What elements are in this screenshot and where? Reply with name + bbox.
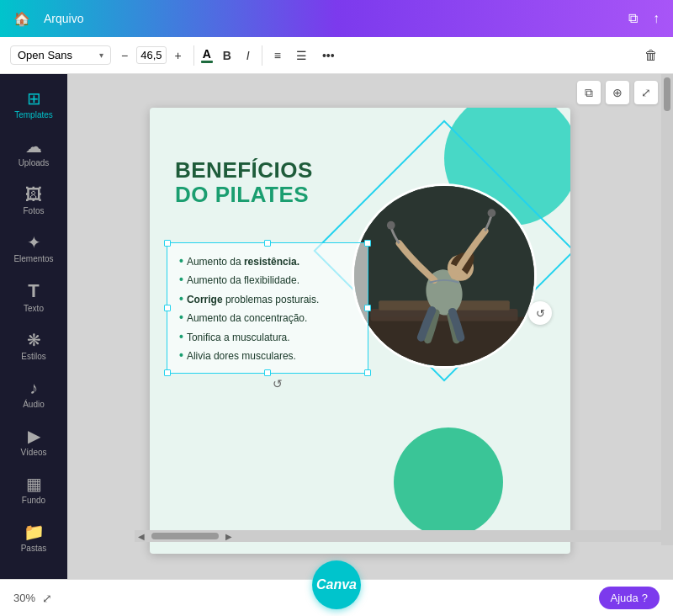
font-name: Open Sans	[18, 49, 72, 61]
canvas-duplicate-button[interactable]: ⊕	[606, 81, 629, 104]
chevron-down-icon: ▾	[99, 50, 103, 60]
sidebar-item-audio[interactable]: ♪ Áudio	[0, 371, 67, 417]
canvas-area: ⧉ ⊕ ⤢	[67, 74, 673, 579]
zoom-value: 30%	[13, 592, 35, 604]
text-color-button[interactable]: A	[201, 48, 213, 63]
align-button[interactable]: ≡	[269, 45, 286, 66]
canvas-title-line1: BENEFÍCIOS	[175, 158, 313, 183]
font-size-control: − 46,5 +	[116, 45, 187, 66]
help-label: Ajuda	[611, 592, 639, 604]
text-color-bar	[201, 61, 213, 63]
canvas-copy-button[interactable]: ⧉	[577, 81, 601, 104]
toolbar: Open Sans ▾ − 46,5 + A B I ≡ ☰ ••• 🗑	[0, 37, 673, 74]
sidebar-label-styles: Estilos	[21, 352, 45, 361]
sidebar-label-audio: Áudio	[23, 400, 45, 409]
bold-button[interactable]: B	[218, 45, 236, 66]
pilates-photo-inner	[354, 186, 534, 366]
bullet-item-4: • Aumento da concentração.	[179, 308, 356, 327]
toolbar-divider-1	[193, 45, 194, 66]
help-button[interactable]: Ajuda ?	[599, 587, 660, 609]
font-size-increase-button[interactable]: +	[170, 45, 187, 66]
sidebar-label-uploads: Uploads	[19, 158, 50, 167]
sidebar-label-photos: Fotos	[23, 206, 44, 215]
font-selector[interactable]: Open Sans ▾	[10, 45, 111, 65]
sidebar-label-templates: Templates	[14, 110, 53, 119]
main-area: ⊞ Templates ☁ Uploads 🖼 Fotos ✦ Elemento…	[0, 74, 673, 579]
sidebar-item-text[interactable]: T Texto	[0, 273, 67, 321]
top-bar-right: ⧉ ↑	[625, 8, 663, 29]
sidebar-label-videos: Vídeos	[20, 448, 46, 457]
canvas-title-block: BENEFÍCIOS DO PILATES	[175, 158, 313, 206]
bullet-item-5: • Tonifica a musculatura.	[179, 327, 356, 346]
sidebar-label-background: Fundo	[22, 496, 45, 505]
toolbar-divider-2	[262, 45, 262, 66]
bullet-item-1: • Aumento da resistência.	[179, 252, 356, 270]
top-bar-left: 🏠 Arquivo	[10, 8, 83, 30]
scroll-right-arrow[interactable]: ▶	[222, 532, 236, 541]
selection-handle-bl	[164, 369, 171, 376]
selection-handle-tc	[264, 240, 271, 247]
pilates-photo-circle[interactable]	[352, 183, 537, 369]
videos-icon: ▶	[28, 427, 40, 444]
list-button[interactable]: ☰	[291, 45, 312, 66]
bullet-item-3: • Corrige problemas posturais.	[179, 289, 356, 308]
selection-handle-mr	[364, 305, 371, 311]
uploads-icon: ☁	[25, 138, 42, 155]
background-icon: ▦	[26, 475, 42, 492]
canvas-title-line2: DO PILATES	[175, 183, 313, 207]
font-size-decrease-button[interactable]: −	[116, 45, 133, 66]
styles-icon: ❋	[27, 332, 41, 348]
share-button[interactable]: ↑	[649, 8, 663, 29]
canvas-top-controls: ⧉ ⊕ ⤢	[577, 81, 658, 104]
delete-button[interactable]: 🗑	[639, 45, 663, 66]
sidebar-label-elements: Elementos	[13, 254, 53, 263]
selection-handle-tl	[164, 240, 171, 247]
sidebar-item-photos[interactable]: 🖼 Fotos	[0, 178, 67, 224]
sidebar-item-elements[interactable]: ✦ Elementos	[0, 226, 67, 272]
sidebar-item-uploads[interactable]: ☁ Uploads	[0, 130, 67, 176]
shape-teal-bottom	[394, 427, 503, 537]
svg-point-6	[387, 221, 395, 230]
zoom-expand-button[interactable]: ⤢	[42, 592, 52, 605]
sidebar: ⊞ Templates ☁ Uploads 🖼 Fotos ✦ Elemento…	[0, 74, 67, 579]
italic-button[interactable]: I	[241, 45, 255, 66]
bullet-list-box[interactable]: • Aumento da resistência. • Aumento da f…	[167, 242, 368, 374]
scroll-left-arrow[interactable]: ◀	[135, 532, 148, 541]
top-bar: 🏠 Arquivo ⧉ ↑	[0, 0, 673, 37]
elements-icon: ✦	[27, 234, 41, 251]
selection-handle-ml	[164, 305, 171, 311]
scroll-thumb-bottom	[151, 533, 219, 539]
canvas-scrollbar-right[interactable]	[661, 74, 673, 545]
rotate-handle-side[interactable]: ↺	[528, 301, 552, 325]
bottom-bar: 30% ⤢ Canva Ajuda ?	[0, 579, 673, 616]
sidebar-item-background[interactable]: ▦ Fundo	[0, 467, 67, 513]
more-options-button[interactable]: •••	[317, 45, 340, 66]
design-canvas[interactable]: BENEFÍCIOS DO PILATES • Aum	[150, 108, 570, 554]
sidebar-item-templates[interactable]: ⊞ Templates	[0, 82, 67, 128]
bullet-item-2: • Aumento da flexibilidade.	[179, 270, 356, 289]
canvas-viewport: BENEFÍCIOS DO PILATES • Aum	[67, 74, 661, 579]
sidebar-item-videos[interactable]: ▶ Vídeos	[0, 419, 67, 465]
copy-button[interactable]: ⧉	[625, 8, 641, 29]
canvas-scrollbar-bottom[interactable]: ◀ ▶	[135, 530, 661, 542]
zoom-control: 30% ⤢	[13, 592, 52, 605]
templates-icon: ⊞	[27, 90, 41, 107]
photos-icon: 🖼	[25, 186, 42, 203]
selection-handle-tr	[364, 240, 371, 247]
sidebar-label-text: Texto	[24, 304, 44, 313]
canva-logo: Canva	[312, 560, 361, 609]
sidebar-item-folders[interactable]: 📁 Pastas	[0, 515, 67, 561]
home-button[interactable]: 🏠	[10, 8, 34, 30]
svg-rect-1	[354, 317, 534, 366]
app-title: Arquivo	[44, 12, 83, 25]
font-size-value: 46,5	[136, 46, 166, 64]
canvas-expand-button[interactable]: ⤢	[634, 81, 658, 104]
sidebar-item-styles[interactable]: ❋ Estilos	[0, 323, 67, 369]
rotate-handle-bottom[interactable]: ↺	[268, 374, 288, 394]
scroll-thumb-right	[664, 77, 670, 111]
selection-handle-br	[364, 369, 371, 376]
svg-point-7	[488, 209, 496, 217]
audio-icon: ♪	[29, 380, 38, 396]
sidebar-label-folders: Pastas	[21, 544, 47, 553]
bullet-item-6: • Alivia dores musculares.	[179, 346, 356, 364]
